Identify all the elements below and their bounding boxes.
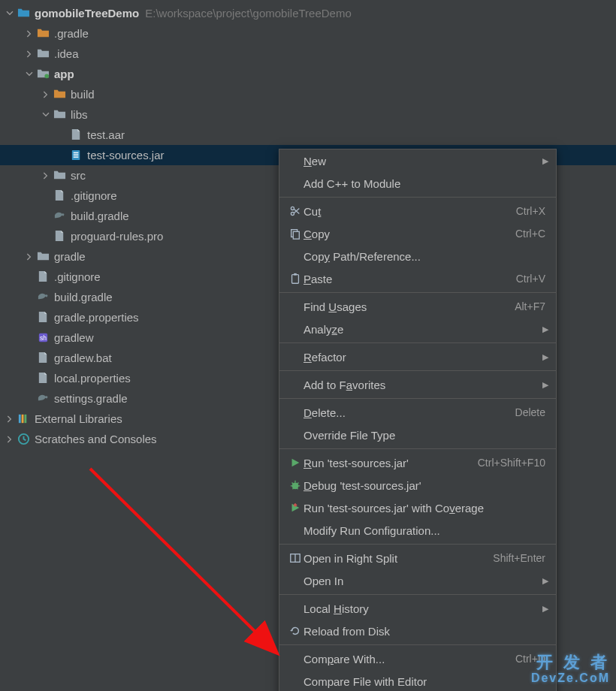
tree-item[interactable]: test.aar	[0, 125, 616, 145]
chevron-right-icon[interactable]	[24, 252, 35, 262]
svg-line-1	[90, 469, 276, 652]
root-name: gomobileTreeDemo	[35, 7, 139, 20]
shortcut-label: Ctrl+X	[516, 205, 545, 217]
tree-item-label: test-sources.jar	[87, 149, 165, 161]
external-libraries-label: External Libraries	[35, 412, 122, 425]
shortcut-label: Ctrl+V	[516, 273, 545, 285]
file-icon	[36, 270, 50, 284]
tree-item-label: build.gradle	[54, 291, 113, 303]
tree-item-label: src	[71, 169, 86, 182]
menu-item[interactable]: Compare File with Editor	[279, 670, 556, 691]
menu-separator	[279, 448, 556, 449]
tree-item[interactable]: .idea	[0, 44, 616, 64]
tree-item[interactable]: .gradle	[0, 23, 616, 44]
menu-item[interactable]: Delete... Delete	[279, 401, 556, 424]
folder-grey-icon	[36, 250, 50, 264]
menu-item[interactable]: Reload from Disk	[279, 620, 556, 642]
menu-item[interactable]: Debug 'test-sources.jar'	[279, 474, 556, 496]
chevron-right-icon[interactable]	[41, 170, 51, 181]
menu-item-label: Analyze	[303, 323, 545, 336]
folder-orange-icon	[36, 27, 50, 41]
menu-item[interactable]: Open in Right Split Shift+Enter	[279, 547, 556, 569]
tree-item[interactable]: libs	[0, 104, 616, 125]
chevron-right-icon[interactable]	[24, 29, 35, 39]
menu-item[interactable]: Find Usages Alt+F7	[279, 295, 556, 318]
menu-item-label: Refactor	[303, 351, 545, 364]
menu-item-label: Delete...	[303, 406, 515, 419]
menu-item-label: Run 'test-sources.jar' with Coverage	[303, 502, 545, 514]
tree-item[interactable]: app	[0, 64, 616, 84]
tree-item-label: proguard-rules.pro	[71, 230, 163, 243]
tree-item-label: gradlew	[54, 331, 94, 344]
menu-item-label: Paste	[303, 273, 516, 285]
chevron-down-icon[interactable]	[5, 8, 15, 19]
tree-item[interactable]: build	[0, 84, 616, 104]
file-icon	[36, 311, 50, 324]
menu-item-label: Add C++ to Module	[303, 177, 545, 190]
gradle-icon	[53, 210, 66, 223]
file-icon	[53, 230, 66, 243]
menu-item[interactable]: Cut Ctrl+X	[279, 200, 556, 222]
folder-teal-icon	[17, 7, 30, 20]
menu-item[interactable]: New ▶	[279, 149, 556, 172]
context-menu[interactable]: New ▶ Add C++ to Module Cut Ctrl+X Copy …	[279, 149, 557, 691]
chevron-right-icon[interactable]	[5, 414, 15, 424]
chevron-down-icon[interactable]	[24, 69, 35, 80]
tree-item-label: test.aar	[87, 128, 125, 141]
menu-item[interactable]: Override File Type	[279, 424, 556, 446]
menu-item-label: Modify Run Configuration...	[303, 524, 545, 537]
menu-item[interactable]: Compare With... Ctrl+D	[279, 647, 556, 670]
menu-item[interactable]: Copy Path/Reference...	[279, 245, 556, 267]
root-path: E:\workspace\project\gomobileTreeDemo	[145, 7, 352, 20]
menu-item[interactable]: Copy Ctrl+C	[279, 222, 556, 245]
chevron-right-icon[interactable]	[41, 89, 51, 100]
menu-item[interactable]: Add C++ to Module	[279, 172, 556, 195]
menu-separator	[279, 370, 556, 371]
menu-item-label: Run 'test-sources.jar'	[303, 457, 478, 469]
menu-item[interactable]: Local History ▶	[279, 597, 556, 620]
tree-item-label: libs	[71, 108, 88, 121]
paste-icon	[287, 273, 303, 285]
chevron-right-icon[interactable]	[24, 49, 35, 59]
menu-item[interactable]: Modify Run Configuration...	[279, 519, 556, 542]
tree-item-label: build	[71, 88, 95, 101]
tree-item-label: settings.gradle	[54, 392, 128, 405]
menu-separator	[279, 398, 556, 399]
shortcut-label: Delete	[515, 406, 545, 418]
menu-item[interactable]: Open In ▶	[279, 569, 556, 592]
shortcut-label: Alt+F7	[515, 300, 545, 312]
debug-icon	[287, 479, 303, 491]
menu-item[interactable]: Add to Favorites ▶	[279, 373, 556, 396]
file-exec-icon	[36, 331, 50, 345]
tree-item-label: gradle.properties	[54, 311, 139, 324]
tree-root[interactable]: gomobileTreeDemo E:\workspace\project\go…	[0, 3, 616, 23]
menu-item[interactable]: Run 'test-sources.jar' with Coverage	[279, 496, 556, 519]
menu-separator	[279, 197, 556, 198]
menu-separator	[279, 544, 556, 545]
submenu-arrow-icon: ▶	[542, 324, 548, 334]
shortcut-label: Shift+Enter	[493, 552, 545, 564]
submenu-arrow-icon: ▶	[542, 604, 548, 614]
submenu-arrow-icon: ▶	[542, 380, 548, 390]
chevron-right-icon[interactable]	[5, 434, 15, 445]
menu-item[interactable]: Run 'test-sources.jar' Ctrl+Shift+F10	[279, 451, 556, 474]
menu-item-label: New	[303, 155, 545, 167]
file-icon	[69, 128, 83, 142]
tree-item-label: .gradle	[54, 27, 89, 40]
menu-item[interactable]: Analyze ▶	[279, 318, 556, 340]
folder-orange-icon	[53, 88, 66, 101]
tree-item-label: .gitignore	[71, 189, 117, 202]
menu-separator	[279, 594, 556, 595]
menu-separator	[279, 292, 556, 293]
menu-item-label: Open In	[303, 575, 545, 587]
tree-item-label: build.gradle	[71, 210, 129, 222]
folder-grey-icon	[53, 108, 66, 122]
libs-icon	[17, 412, 30, 426]
gradle-icon	[36, 392, 50, 406]
menu-item-label: Compare With...	[303, 653, 515, 665]
menu-item[interactable]: Paste Ctrl+V	[279, 267, 556, 290]
chevron-down-icon[interactable]	[41, 110, 51, 120]
jar-icon	[69, 149, 83, 162]
menu-item[interactable]: Refactor ▶	[279, 346, 556, 368]
tree-item-label: gradle	[54, 250, 86, 263]
